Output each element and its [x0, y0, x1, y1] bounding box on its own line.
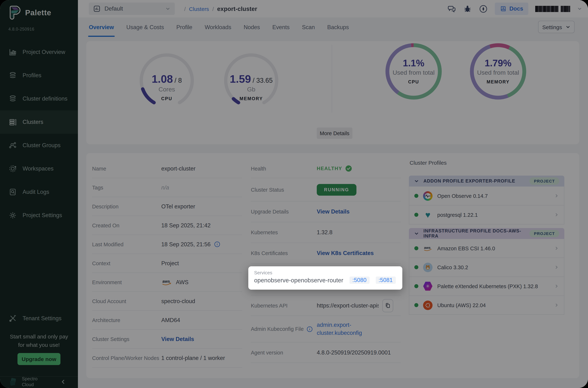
- sidebar-item-project-settings[interactable]: Project Settings: [0, 204, 78, 227]
- tab-nodes[interactable]: Nodes: [244, 24, 260, 36]
- project-scope-icon: [93, 5, 100, 12]
- detail-row-tags: Tags n/a: [92, 178, 242, 197]
- orbit-icon: [9, 165, 17, 173]
- topbar: Default / Clusters / export-cluster: [78, 0, 588, 18]
- detail-row-description: Description OTel exporter: [92, 197, 242, 216]
- status-dot: [414, 213, 418, 217]
- memory-gauge: 1.59 / 33.65 Gb MEMORY: [220, 49, 282, 112]
- cluster-details-card: Name export-cluster Tags n/a Description…: [86, 153, 579, 378]
- profile-item-open-observe[interactable]: Open Observe 0.14.7: [409, 187, 564, 205]
- tab-usage-costs[interactable]: Usage & Costs: [126, 24, 164, 36]
- redacted-block: [561, 6, 570, 12]
- project-selector[interactable]: Default: [89, 2, 175, 15]
- docs-button[interactable]: Docs: [495, 2, 528, 15]
- tab-profile[interactable]: Profile: [176, 24, 192, 36]
- profile-item-calico[interactable]: Calico 3.30.2: [409, 258, 564, 277]
- more-details-button[interactable]: More Details: [317, 127, 352, 139]
- detail-row-architecture: Architecture AMD64: [92, 311, 242, 330]
- sidebar-item-tenant-settings[interactable]: Tenant Settings: [0, 307, 78, 330]
- spectro-cloud-logo: [9, 377, 18, 387]
- view-k8s-certificates-link[interactable]: View K8s Certificates: [317, 250, 374, 256]
- upgrade-view-details-link[interactable]: View Details: [317, 208, 350, 215]
- profile-item-amazon-ebs-csi[interactable]: aws Amazon EBS CSI 1.46.0: [409, 239, 564, 258]
- app-window: Palette 4.8.0-250916 Project Overview Pr…: [0, 0, 588, 388]
- chevron-down-icon: [414, 178, 419, 184]
- upgrade-promo: Start small and only pay for what you us…: [0, 332, 78, 349]
- chevron-right-icon: [554, 194, 559, 198]
- tab-backups[interactable]: Backups: [327, 24, 349, 36]
- sidebar-item-workspaces[interactable]: Workspaces: [0, 157, 78, 180]
- status-dot: [414, 284, 418, 288]
- status-dot: [414, 246, 418, 250]
- status-dot: [414, 303, 418, 307]
- server-icon: [9, 118, 17, 126]
- sidebar-item-cluster-groups[interactable]: Cluster Groups: [0, 134, 78, 157]
- sidebar-item-label: Profiles: [23, 72, 41, 79]
- feedback-chat-icon[interactable]: [447, 4, 456, 13]
- profile-item-ubuntu[interactable]: Ubuntu (AWS) 22.04: [409, 296, 564, 315]
- detail-row-created-on: Created On 18 Sep 2025, 21:42: [92, 216, 242, 235]
- user-menu-chevron-icon[interactable]: [577, 6, 582, 11]
- cluster-settings-view-details-link[interactable]: View Details: [161, 336, 194, 342]
- tab-events[interactable]: Events: [272, 24, 290, 36]
- settings-label: Settings: [542, 24, 562, 30]
- detail-row-upgrade-details: Upgrade Details View Details: [251, 201, 401, 222]
- sidebar-item-label: Project Settings: [23, 212, 62, 218]
- info-icon[interactable]: [214, 241, 221, 247]
- postgresql-icon: ♥: [423, 210, 432, 219]
- copy-api-url-button[interactable]: [382, 299, 393, 312]
- sidebar-item-clusters[interactable]: Clusters: [0, 110, 78, 134]
- project-badge: PROJECT: [530, 177, 559, 185]
- sidebar-item-audit-logs[interactable]: Audit Logs: [0, 180, 78, 204]
- cluster-tabs: Overview Usage & Costs Profile Workloads…: [78, 18, 588, 36]
- cpu-gauge-label: CPU: [136, 96, 198, 101]
- book-icon: [500, 5, 506, 12]
- ubuntu-icon: [423, 300, 432, 310]
- redacted-username[interactable]: [535, 6, 570, 12]
- memory-usage-donut: 1.79% Used from total MEMORY: [467, 40, 529, 102]
- sidebar-item-label: Audit Logs: [23, 189, 49, 195]
- service-port-5081-link[interactable]: :5081: [376, 276, 396, 284]
- cpu-donut-label: CPU: [383, 79, 445, 85]
- infrastructure-profile-section-header[interactable]: INFRASTRUCTURE PROFILE DOCS-AWS-INFRA PR…: [409, 228, 564, 239]
- upgrade-now-button[interactable]: Upgrade now: [18, 353, 60, 365]
- sidebar: Palette 4.8.0-250916 Project Overview Pr…: [0, 0, 78, 388]
- sidebar-item-cluster-definitions[interactable]: Cluster definitions: [0, 87, 78, 110]
- footer-brand: Spectro Cloud: [22, 376, 38, 388]
- pxk-icon: ✳: [423, 281, 432, 291]
- settings-button[interactable]: Settings: [538, 21, 575, 33]
- detail-row-health: Health HEALTHY: [251, 159, 401, 178]
- chevron-down-icon: [165, 6, 170, 11]
- breadcrumb-clusters-link[interactable]: Clusters: [189, 6, 209, 12]
- aws-logo-icon: aws: [423, 243, 432, 253]
- brand: Palette: [8, 5, 51, 20]
- tab-scan[interactable]: Scan: [302, 24, 315, 36]
- chevron-right-icon: [554, 284, 559, 289]
- sidebar-item-profiles[interactable]: Profiles: [0, 64, 78, 87]
- open-observe-icon: [423, 191, 432, 201]
- bug-report-icon[interactable]: [463, 4, 472, 13]
- collapse-sidebar-icon[interactable]: [60, 379, 66, 385]
- running-status-badge: RUNNING: [317, 184, 357, 195]
- redacted-block: [535, 6, 559, 12]
- cluster-profiles-panel: Cluster Profiles ADDON PROFILE EXPORTER-…: [409, 157, 564, 315]
- addon-profile-section-header[interactable]: ADDON PROFILE EXPORTER-PROFILE PROJECT: [409, 176, 564, 187]
- brand-name: Palette: [25, 8, 51, 17]
- kubeconfig-download-link[interactable]: admin.export-cluster.kubeconfig: [317, 321, 381, 337]
- sidebar-item-project-overview[interactable]: Project Overview: [0, 40, 78, 64]
- detail-row-cluster-settings: Cluster Settings View Details: [92, 330, 242, 349]
- tab-overview[interactable]: Overview: [89, 24, 114, 36]
- palette-logo-icon: [8, 5, 21, 20]
- info-icon[interactable]: [307, 326, 313, 332]
- memory-donut-subtitle: Used from total: [467, 69, 529, 76]
- profile-item-pxk[interactable]: ✳ Palette eXtended Kubernetes (PXK) 1.32…: [409, 277, 564, 296]
- service-port-5080-link[interactable]: :5080: [350, 276, 370, 284]
- breadcrumb-current: export-cluster: [217, 5, 257, 12]
- sidebar-item-label: Workspaces: [23, 165, 53, 172]
- tab-workloads[interactable]: Workloads: [205, 24, 231, 36]
- gear-icon: [9, 211, 17, 219]
- compass-help-icon[interactable]: [479, 4, 488, 13]
- cluster-profiles-heading: Cluster Profiles: [410, 160, 564, 169]
- profile-item-postgresql[interactable]: ♥ postgresql 1.22.1: [409, 205, 564, 224]
- detail-row-context: Context Project: [92, 254, 242, 273]
